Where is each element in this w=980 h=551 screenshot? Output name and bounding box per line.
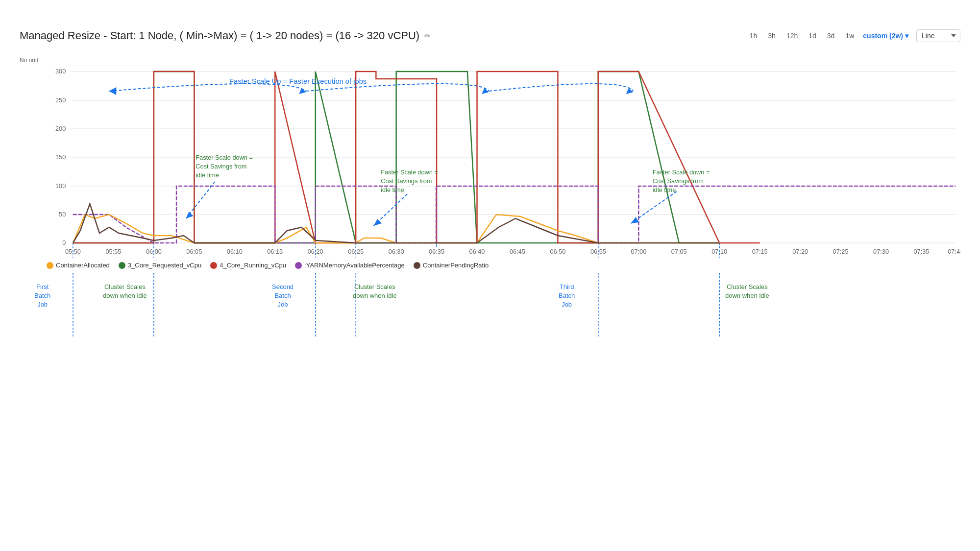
annotation-first-batch: FirstBatchJob: [34, 283, 50, 310]
svg-text:07:05: 07:05: [671, 248, 687, 255]
legend-color-yarn: [295, 262, 302, 269]
annotation-second-batch: SecondBatchJob: [272, 283, 294, 310]
svg-text:250: 250: [55, 96, 66, 104]
time-btn-1h[interactable]: 1h: [748, 31, 760, 41]
svg-text:300: 300: [55, 68, 66, 75]
custom-time-label: custom (2w): [863, 32, 903, 40]
svg-text:50: 50: [59, 211, 66, 218]
chevron-down-icon: ▾: [905, 32, 908, 40]
annotation-third-batch: ThirdBatchJob: [559, 283, 575, 310]
header-row: Managed Resize - Start: 1 Node, ( Min->M…: [20, 29, 960, 42]
svg-text:07:40: 07:40: [948, 248, 960, 255]
svg-text:06:10: 06:10: [227, 248, 243, 255]
legend-label-4core: 4_Core_Running_vCpu: [220, 262, 286, 269]
annotation-cluster-down-2: Cluster Scalesdown when idle: [353, 283, 397, 300]
page-title: Managed Resize - Start: 1 Node, ( Min->M…: [20, 29, 419, 42]
svg-text:idle time: idle time: [381, 186, 404, 193]
legend-row: ContainerAllocated 3_Core_Requested_vCpu…: [20, 262, 960, 269]
legend-color-4core: [210, 262, 217, 269]
legend-label-3core: 3_Core_Requested_vCpu: [128, 262, 201, 269]
svg-marker-46: [482, 88, 489, 94]
svg-text:06:50: 06:50: [550, 248, 565, 255]
svg-text:06:45: 06:45: [510, 248, 525, 255]
svg-text:Cost Savings from: Cost Savings from: [196, 163, 246, 170]
time-btn-1d[interactable]: 1d: [807, 31, 818, 41]
svg-text:idle time: idle time: [196, 171, 219, 179]
svg-text:07:00: 07:00: [631, 248, 646, 255]
y-axis-label: No unit: [20, 57, 38, 64]
svg-text:150: 150: [55, 153, 66, 161]
svg-text:100: 100: [55, 182, 66, 190]
svg-text:07:30: 07:30: [873, 248, 889, 255]
svg-text:07:35: 07:35: [914, 248, 930, 255]
svg-marker-50: [186, 212, 194, 218]
svg-text:0: 0: [62, 239, 66, 246]
svg-text:Faster Scale Up = Faster Execu: Faster Scale Up = Faster Execution of jo…: [229, 77, 367, 85]
svg-marker-47: [626, 88, 634, 94]
svg-text:06:05: 06:05: [186, 248, 202, 255]
svg-text:200: 200: [55, 125, 66, 132]
legend-label-yarn: :YARNMemoryAvailablePercentage: [304, 262, 405, 269]
custom-time-dropdown[interactable]: custom (2w) ▾: [863, 32, 908, 40]
svg-marker-52: [373, 219, 382, 226]
svg-text:Faster Scale down =: Faster Scale down =: [196, 154, 253, 161]
svg-line-53: [631, 192, 677, 223]
main-chart-svg: .grid-line { stroke: #e0e0e0; stroke-wid…: [47, 52, 960, 258]
time-btn-1w[interactable]: 1w: [843, 31, 856, 41]
legend-item-4core: 4_Core_Running_vCpu: [210, 262, 286, 269]
legend-item-3core: 3_Core_Requested_vCpu: [119, 262, 201, 269]
chart-type-select[interactable]: Line Bar Area: [916, 29, 960, 42]
svg-text:Cost Savings from: Cost Savings from: [381, 177, 432, 185]
svg-text:06:35: 06:35: [429, 248, 444, 255]
annotation-lines-svg: [47, 273, 960, 336]
bottom-annotations: FirstBatchJob Cluster Scalesdown when id…: [20, 273, 960, 336]
svg-marker-54: [631, 217, 639, 223]
edit-icon[interactable]: ✏: [424, 31, 431, 41]
chart-wrapper: No unit .grid-line { stroke: #e0e0e0; st…: [20, 52, 960, 258]
svg-marker-44: [109, 87, 117, 95]
time-btn-3d[interactable]: 3d: [825, 31, 837, 41]
legend-item-yarn: :YARNMemoryAvailablePercentage: [295, 262, 405, 269]
chart-area: .grid-line { stroke: #e0e0e0; stroke-wid…: [47, 52, 960, 258]
annotation-cluster-down-3: Cluster Scalesdown when idle: [725, 283, 769, 300]
svg-line-49: [186, 182, 215, 218]
legend-color-container-allocated: [47, 262, 53, 269]
svg-text:06:40: 06:40: [469, 248, 485, 255]
svg-text:06:15: 06:15: [267, 248, 283, 255]
svg-text:07:20: 07:20: [792, 248, 808, 255]
controls-area: 1h 3h 12h 1d 3d 1w custom (2w) ▾ Line Ba…: [748, 29, 960, 42]
legend-color-3core: [119, 262, 125, 269]
svg-text:06:30: 06:30: [389, 248, 404, 255]
time-btn-3h[interactable]: 3h: [766, 31, 778, 41]
svg-text:Faster Scale down =: Faster Scale down =: [653, 168, 710, 176]
time-buttons: 1h 3h 12h 1d 3d 1w custom (2w) ▾: [748, 31, 908, 41]
svg-text:Cost Savings from: Cost Savings from: [653, 177, 704, 185]
svg-text:07:25: 07:25: [833, 248, 849, 255]
legend-label-container-allocated: ContainerAllocated: [56, 262, 110, 269]
legend-label-container-pending: ContainerPendingRatio: [423, 262, 489, 269]
svg-text:07:15: 07:15: [752, 248, 768, 255]
time-btn-12h[interactable]: 12h: [784, 31, 800, 41]
legend-color-container-pending: [414, 262, 420, 269]
legend-item-container-allocated: ContainerAllocated: [47, 262, 110, 269]
annotation-cluster-down-1: Cluster Scalesdown when idle: [103, 283, 147, 300]
svg-text:idle time: idle time: [653, 186, 676, 193]
svg-text:05:55: 05:55: [105, 248, 121, 255]
legend-item-container-pending: ContainerPendingRatio: [414, 262, 489, 269]
svg-text:Faster Scale down =: Faster Scale down =: [381, 168, 438, 176]
title-area: Managed Resize - Start: 1 Node, ( Min->M…: [20, 29, 431, 42]
page-container: Managed Resize - Start: 1 Node, ( Min->M…: [0, 0, 980, 551]
